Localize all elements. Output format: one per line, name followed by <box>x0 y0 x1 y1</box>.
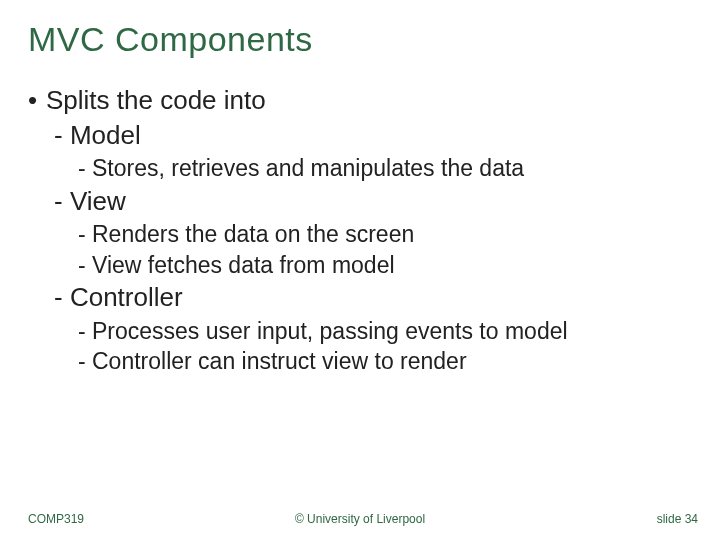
bullet-view-sub-1: -View fetches data from model <box>78 252 690 280</box>
dash-icon: - <box>78 155 92 183</box>
bullet-view: - View <box>54 186 690 217</box>
bullet-view-label: View <box>70 186 126 216</box>
bullet-view-sub-1-text: View fetches data from model <box>92 252 395 280</box>
bullet-controller-sub-1-text: Controller can instruct view to render <box>92 348 467 376</box>
footer-center: © University of Liverpool <box>0 512 720 526</box>
bullet-view-sub-0-text: Renders the data on the screen <box>92 221 414 249</box>
slide-title: MVC Components <box>28 20 313 59</box>
dash-icon: - <box>78 252 92 280</box>
bullet-model: - Model <box>54 120 690 151</box>
footer: COMP319 © University of Liverpool slide … <box>0 508 720 526</box>
bullet-model-sub-0: -Stores, retrieves and manipulates the d… <box>78 155 690 183</box>
bullet-controller-sub-1: -Controller can instruct view to render <box>78 348 690 376</box>
bullet-controller-sub-0: -Processes user input, passing events to… <box>78 318 690 346</box>
dash-icon: - <box>78 318 92 346</box>
footer-right: slide 34 <box>657 512 698 526</box>
bullet-view-sub-0: -Renders the data on the screen <box>78 221 690 249</box>
bullet-top: •Splits the code into <box>28 85 690 116</box>
dash-icon: - <box>78 221 92 249</box>
bullet-top-text: Splits the code into <box>46 85 266 115</box>
bullet-controller-sub-0-text: Processes user input, passing events to … <box>92 318 568 346</box>
bullet-controller: - Controller <box>54 282 690 313</box>
slide: MVC Components •Splits the code into - M… <box>0 0 720 540</box>
slide-body: •Splits the code into - Model -Stores, r… <box>28 85 690 379</box>
dash-icon: - <box>78 348 92 376</box>
bullet-model-sub-0-text: Stores, retrieves and manipulates the da… <box>92 155 524 183</box>
bullet-controller-label: Controller <box>70 282 183 312</box>
bullet-model-label: Model <box>70 120 141 150</box>
bullet-dot-icon: • <box>28 85 46 116</box>
